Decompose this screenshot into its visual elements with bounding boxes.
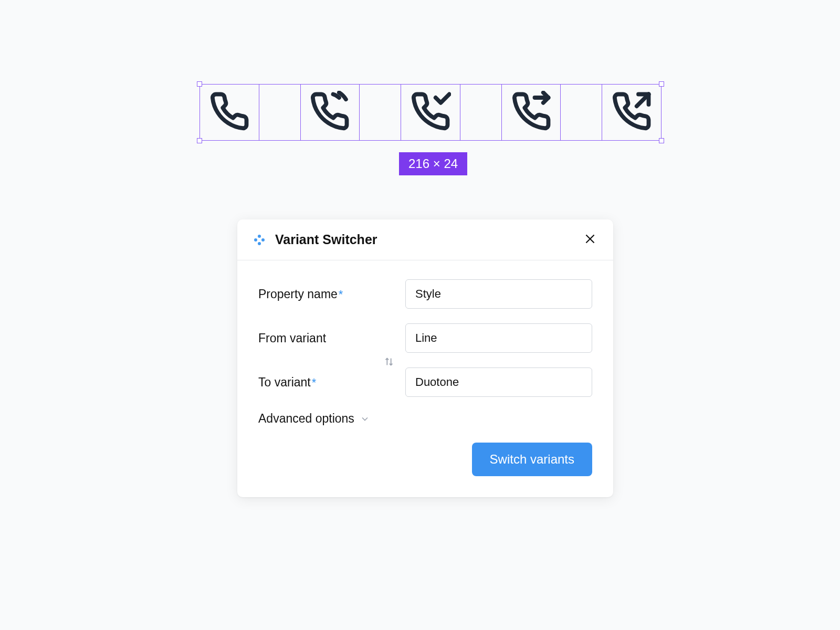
close-icon bbox=[583, 232, 597, 248]
selection-handle-tl[interactable] bbox=[197, 81, 202, 87]
phone-check-icon bbox=[410, 91, 451, 134]
variant-switcher-modal: Variant Switcher Property name* From var… bbox=[237, 219, 613, 497]
modal-title: Variant Switcher bbox=[275, 232, 583, 247]
icon-cell-phone-ringing[interactable] bbox=[301, 85, 360, 140]
icon-spacer bbox=[561, 85, 602, 140]
label-text: To variant bbox=[258, 375, 311, 389]
icon-cell-phone[interactable] bbox=[200, 85, 259, 140]
plugin-logo-icon bbox=[253, 234, 266, 246]
switch-variants-button[interactable]: Switch variants bbox=[472, 443, 592, 476]
property-name-row: Property name* bbox=[258, 279, 592, 309]
required-asterisk: * bbox=[312, 376, 317, 389]
from-variant-label: From variant bbox=[258, 331, 405, 345]
svg-point-2 bbox=[258, 235, 261, 238]
icon-cell-phone-check[interactable] bbox=[401, 85, 460, 140]
svg-point-3 bbox=[261, 238, 265, 242]
svg-point-5 bbox=[254, 238, 257, 242]
phone-forward-icon bbox=[511, 91, 552, 134]
icon-spacer bbox=[460, 85, 502, 140]
icon-cell-phone-outgoing[interactable] bbox=[602, 85, 661, 140]
to-variant-row: To variant* bbox=[258, 368, 592, 397]
phone-outgoing-icon bbox=[611, 91, 652, 134]
modal-header: Variant Switcher bbox=[237, 219, 613, 260]
property-name-input[interactable] bbox=[405, 279, 592, 309]
required-asterisk: * bbox=[339, 288, 343, 301]
from-variant-input[interactable] bbox=[405, 323, 592, 353]
icon-spacer bbox=[360, 85, 401, 140]
selection-handle-bl[interactable] bbox=[197, 138, 202, 143]
to-variant-label: To variant* bbox=[258, 375, 405, 390]
advanced-options-label: Advanced options bbox=[258, 412, 354, 426]
modal-body: Property name* From variant To variant* … bbox=[237, 260, 613, 497]
selection-handle-tr[interactable] bbox=[659, 81, 664, 87]
icon-cell-phone-forward[interactable] bbox=[502, 85, 561, 140]
from-variant-row: From variant bbox=[258, 323, 592, 353]
icon-spacer bbox=[259, 85, 301, 140]
icon-row bbox=[200, 85, 661, 140]
phone-ringing-icon bbox=[309, 91, 350, 134]
label-text: From variant bbox=[258, 331, 326, 345]
to-variant-input[interactable] bbox=[405, 368, 592, 397]
modal-footer: Switch variants bbox=[258, 443, 592, 476]
property-name-label: Property name* bbox=[258, 287, 405, 301]
phone-icon bbox=[209, 91, 250, 134]
close-button[interactable] bbox=[583, 233, 597, 247]
selection-dimensions-badge: 216 × 24 bbox=[399, 152, 467, 175]
chevron-down-icon bbox=[360, 414, 370, 424]
advanced-options-toggle[interactable]: Advanced options bbox=[258, 412, 592, 426]
svg-point-4 bbox=[258, 242, 261, 245]
selection-handle-br[interactable] bbox=[659, 138, 664, 143]
label-text: Property name bbox=[258, 287, 338, 301]
selection-frame[interactable] bbox=[200, 84, 662, 141]
